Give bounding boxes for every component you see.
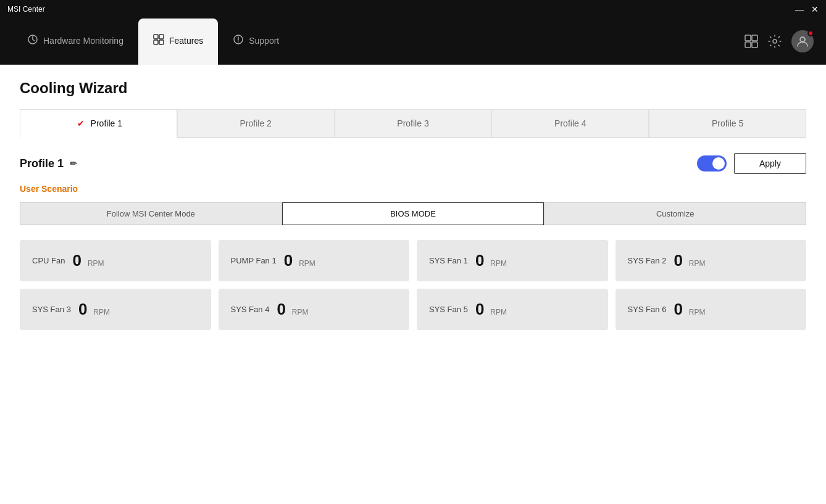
app-title: MSI Center (7, 5, 45, 14)
fan-card-sys1: SYS Fan 1 0 RPM (417, 240, 608, 281)
svg-rect-4 (159, 40, 164, 44)
cpu-fan-unit: RPM (88, 259, 104, 270)
nav-support-label: Support (249, 36, 279, 46)
page-title: Cooling Wizard (20, 80, 806, 97)
tab-profile3-label: Profile 3 (397, 118, 428, 128)
avatar[interactable] (791, 30, 814, 52)
svg-rect-10 (752, 42, 757, 48)
nav-features[interactable]: Features (138, 19, 218, 65)
sys-fan5-value: 0 (475, 300, 484, 319)
nav-support[interactable]: Support (218, 19, 294, 65)
profile1-check-icon: ✔ (77, 118, 85, 128)
profile-toggle[interactable] (697, 155, 727, 171)
mode-bios-btn[interactable]: BIOS MODE (282, 202, 544, 225)
tab-profile4[interactable]: Profile 4 (491, 109, 649, 137)
svg-point-12 (800, 37, 805, 42)
profile-header: Profile 1 ✏ Apply (20, 153, 806, 174)
fan-card-sys3: SYS Fan 3 0 RPM (20, 289, 211, 330)
svg-point-6 (238, 41, 239, 43)
fan-card-pump1: PUMP Fan 1 0 RPM (219, 240, 410, 281)
pump-fan1-value: 0 (284, 251, 293, 270)
nav-hardware-monitoring-label: Hardware Monitoring (43, 36, 123, 46)
tab-profile1[interactable]: ✔ Profile 1 (20, 109, 177, 138)
fan-card-sys5: SYS Fan 5 0 RPM (417, 289, 608, 330)
svg-rect-8 (752, 35, 757, 41)
tab-profile2[interactable]: Profile 2 (177, 109, 335, 137)
support-icon (233, 34, 244, 48)
main-content: Cooling Wizard ✔ Profile 1 Profile 2 Pro… (0, 65, 826, 504)
svg-rect-9 (745, 42, 751, 48)
sys-fan6-name: SYS Fan 6 (628, 305, 667, 314)
sys-fan2-value: 0 (674, 251, 682, 270)
profile-name-group: Profile 1 ✏ (20, 157, 77, 170)
sys-fan6-unit: RPM (689, 308, 706, 319)
apply-button[interactable]: Apply (734, 153, 806, 174)
grid-icon-button[interactable] (745, 35, 758, 48)
nav-features-label: Features (169, 36, 203, 46)
svg-rect-7 (745, 35, 751, 41)
profile-name-label: Profile 1 (20, 157, 64, 170)
mode-customize-btn[interactable]: Customize (544, 202, 806, 225)
settings-icon-button[interactable] (768, 35, 782, 48)
pump-fan1-name: PUMP Fan 1 (231, 256, 277, 265)
toggle-knob (712, 157, 725, 170)
sys-fan3-name: SYS Fan 3 (32, 305, 71, 314)
cpu-fan-name: CPU Fan (32, 256, 65, 265)
close-button[interactable]: ✕ (811, 5, 819, 14)
edit-profile-icon[interactable]: ✏ (70, 159, 77, 168)
pump-fan1-unit: RPM (299, 259, 315, 270)
fan-card-sys6: SYS Fan 6 0 RPM (615, 289, 807, 330)
sys-fan1-name: SYS Fan 1 (429, 256, 468, 265)
tab-profile2-label: Profile 2 (240, 118, 272, 128)
profile-tabs: ✔ Profile 1 Profile 2 Profile 3 Profile … (20, 109, 806, 138)
svg-point-11 (773, 39, 777, 43)
mode-buttons: Follow MSI Center Mode BIOS MODE Customi… (20, 202, 806, 225)
tab-profile1-label: Profile 1 (91, 118, 122, 128)
sys-fan6-value: 0 (674, 300, 682, 319)
sys-fan5-unit: RPM (490, 308, 507, 319)
mode-follow-msi-btn[interactable]: Follow MSI Center Mode (20, 202, 282, 225)
hardware-monitoring-icon (27, 34, 38, 48)
fan-grid: CPU Fan 0 RPM PUMP Fan 1 0 RPM SYS Fan 1… (20, 240, 806, 330)
nav-bar: Hardware Monitoring Features Support (0, 19, 826, 65)
tab-profile4-label: Profile 4 (554, 118, 586, 128)
fan-card-sys4: SYS Fan 4 0 RPM (219, 289, 410, 330)
sys-fan4-unit: RPM (292, 308, 309, 319)
sys-fan1-value: 0 (475, 251, 484, 270)
profile-controls: Apply (697, 153, 806, 174)
tab-profile5-label: Profile 5 (712, 118, 743, 128)
cpu-fan-value: 0 (72, 251, 81, 270)
fan-card-cpu: CPU Fan 0 RPM (20, 240, 211, 281)
sys-fan1-unit: RPM (490, 259, 507, 270)
notification-dot (807, 30, 814, 36)
nav-right-controls (745, 30, 814, 52)
sys-fan2-unit: RPM (689, 259, 706, 270)
user-scenario-label: User Scenario (20, 184, 806, 194)
sys-fan5-name: SYS Fan 5 (429, 305, 468, 314)
sys-fan3-unit: RPM (93, 308, 110, 319)
features-icon (153, 34, 164, 48)
title-bar: MSI Center — ✕ (0, 0, 826, 19)
sys-fan4-value: 0 (277, 300, 285, 319)
svg-rect-3 (154, 40, 158, 44)
sys-fan2-name: SYS Fan 2 (628, 256, 667, 265)
tab-profile3[interactable]: Profile 3 (335, 109, 492, 137)
fan-card-sys2: SYS Fan 2 0 RPM (615, 240, 807, 281)
svg-rect-2 (159, 35, 164, 39)
tab-profile5[interactable]: Profile 5 (649, 109, 806, 137)
sys-fan4-name: SYS Fan 4 (231, 305, 270, 314)
svg-rect-1 (154, 35, 158, 39)
minimize-button[interactable]: — (795, 5, 804, 14)
nav-hardware-monitoring[interactable]: Hardware Monitoring (12, 19, 138, 65)
window-controls: — ✕ (795, 5, 819, 14)
sys-fan3-value: 0 (78, 300, 87, 319)
